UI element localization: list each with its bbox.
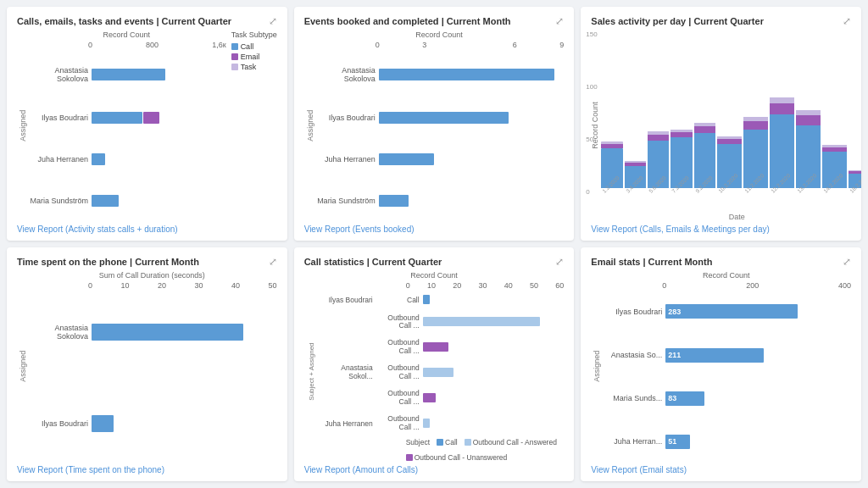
x-axis-ticks: 0 800 1,6к — [88, 41, 226, 49]
bar-value: 83 — [665, 394, 676, 402]
h-bar-chart: Anastasia Sokolova Ilyas Boudrari — [27, 291, 277, 462]
view-report-link[interactable]: View Report (Events booked) — [304, 221, 565, 234]
bar-wrap — [423, 419, 565, 428]
bar-row-ilyas: Ilyas Boudrari — [27, 112, 226, 124]
legend-label-task: Task — [241, 63, 257, 71]
bar-group: 7.2.2020 — [670, 78, 692, 196]
chart-body: 0 10 20 30 40 50 60 Ilyas Boudrari Call — [321, 281, 565, 462]
h-bar-chart: Anastasia Sokolova Ilyas Boudrari Juha H… — [314, 51, 565, 221]
bar-row-maria: Maria Sunds... 83 — [601, 392, 851, 404]
call-rows: Ilyas Boudrari Call Outbound Call ... — [321, 291, 565, 435]
bar-email — [770, 103, 794, 114]
h-bar-chart: Anastasia Sokolova Ilyas Boudrari — [27, 51, 226, 221]
view-report-link[interactable]: View Report (Activity stats calls + dura… — [17, 221, 277, 234]
bar-group: 5.6.2020 — [648, 78, 669, 196]
bar-wrap — [423, 393, 565, 402]
bar-email — [143, 112, 159, 124]
bar-row-anastasia: Anastasia Sokolova — [314, 66, 565, 83]
legend-label: Call — [445, 438, 458, 446]
view-report-link[interactable]: View Report (Amount of Calls) — [304, 462, 565, 474]
bar-value: 211 — [665, 351, 681, 359]
legend-label: Outbound Call - Unanswered — [415, 453, 508, 462]
chart-inner: Subject + Assigned 0 10 20 30 40 50 60 — [304, 281, 565, 462]
card-call-stats: Call statistics | Current Quarter ⤢ Reco… — [294, 247, 575, 481]
bar-wrap — [423, 342, 565, 352]
subject-label: Outbound Call ... — [376, 314, 423, 330]
chart-body: Record Count 0 3 6 9 Anastasia Sokolova — [314, 30, 565, 221]
legend-answered: Outbound Call - Answered — [465, 438, 557, 446]
subject-label: Subject — [406, 438, 430, 446]
expand-icon[interactable]: ⤢ — [843, 15, 851, 27]
view-report-link[interactable]: View Report (Calls, Emails & Meetings pe… — [591, 221, 851, 234]
subject-legend: Subject Call Outbound Call - Answered Ou… — [406, 438, 565, 462]
card-title: Call statistics | Current Quarter — [304, 256, 442, 268]
x-axis-title: Date — [601, 213, 861, 221]
legend-dot-email — [231, 53, 238, 60]
legend-title: Task Subtype — [231, 30, 277, 39]
bar-email — [694, 126, 715, 133]
chart-body: 150 100 50 0 — [601, 30, 861, 221]
legend-dot — [437, 439, 443, 446]
legend-label-call: Call — [241, 42, 254, 51]
x-axis-title: Record Count — [314, 30, 565, 39]
bar-answered — [423, 368, 454, 377]
card-header: Sales activity per day | Current Quarter… — [591, 15, 851, 27]
card-header: Time spent on the phone | Current Month … — [17, 256, 277, 268]
y-axis-label: Subject + Assigned — [308, 281, 315, 462]
bar-row-ilyas: Ilyas Boudrari — [27, 418, 277, 430]
call-row-5: Outbound Call ... — [321, 390, 565, 406]
x-axis-ticks: 0 3 6 9 — [376, 41, 565, 49]
card-header: Calls, emails, tasks and events | Curren… — [17, 15, 277, 27]
card-header: Events booked and completed | Current Mo… — [304, 15, 565, 27]
view-report-link[interactable]: View Report (Time spent on the phone) — [17, 462, 277, 474]
legend-unanswered: Outbound Call - Unanswered — [406, 453, 508, 462]
x-axis-ticks: 0 10 20 30 40 50 — [88, 281, 277, 290]
bar-group: 10.2.2020 — [717, 78, 742, 196]
bar-row-anastasia: Anastasia Sokolova — [27, 66, 226, 83]
call-row-3: Outbound Call ... — [321, 339, 565, 355]
card-title: Time spent on the phone | Current Month — [17, 256, 199, 268]
card-calls-emails: Calls, emails, tasks and events | Curren… — [7, 7, 287, 241]
y-axis-label: Assigned — [17, 271, 27, 462]
x-axis-title: Sum of Call Duration (seconds) — [27, 271, 277, 280]
bar-email — [743, 121, 768, 130]
view-report-link[interactable]: View Report (Email stats) — [591, 462, 851, 474]
bar-group: 12.2.2020 — [770, 78, 794, 196]
bar-wrap — [423, 295, 565, 304]
bar-row-anastasia: Anastasia Sokolova — [27, 324, 277, 341]
expand-icon[interactable]: ⤢ — [555, 256, 564, 268]
bar-answered — [423, 317, 540, 326]
legend-dot-call — [231, 43, 238, 50]
call-row-1: Ilyas Boudrari Call — [321, 295, 565, 304]
bar-row-maria: Maria Sundström — [27, 195, 226, 207]
call-row-6: Juha Herranen Outbound Call ... — [321, 415, 565, 431]
expand-icon[interactable]: ⤢ — [843, 256, 851, 268]
card-title: Sales activity per day | Current Quarter — [591, 15, 764, 27]
subject-label: Outbound Call ... — [376, 390, 423, 406]
legend-call: Call — [437, 438, 458, 446]
card-events: Events booked and completed | Current Mo… — [294, 7, 575, 241]
call-row-4: Anastasia Sokol... Outbound Call ... — [321, 364, 565, 380]
bar-unanswered — [423, 342, 448, 352]
chart-inner: Assigned Record Count 0 200 400 Ilyas Bo… — [591, 271, 851, 462]
dashboard: Calls, emails, tasks and events | Curren… — [0, 0, 868, 488]
bar-call — [92, 69, 165, 80]
bar-unanswered — [423, 393, 436, 402]
person-label: Ilyas Boudrari — [321, 296, 376, 304]
bar-row-juha: Juha Herranen — [314, 153, 565, 165]
expand-icon[interactable]: ⤢ — [269, 15, 277, 27]
chart-main: Record Count 150 100 50 0 — [591, 30, 861, 221]
bar-email — [648, 135, 669, 141]
expand-icon[interactable]: ⤢ — [555, 15, 564, 27]
legend-label: Outbound Call - Answered — [473, 438, 557, 446]
card-header: Email stats | Current Month ⤢ — [591, 256, 851, 268]
bar-group: 14.2.2020 — [822, 78, 847, 196]
chart-with-legend: Record Count 150 100 50 0 — [591, 30, 851, 221]
bar-task — [770, 97, 794, 103]
axis-labels-wrap: Subject + Assigned — [304, 281, 320, 462]
x-axis-title: Record Count — [304, 271, 565, 280]
chart-body: Record Count 0 800 1,6к Anastasia Sokolo… — [27, 30, 226, 221]
x-axis-ticks: 0 200 400 — [662, 281, 851, 290]
bar-answered — [423, 419, 430, 428]
expand-icon[interactable]: ⤢ — [269, 256, 277, 268]
